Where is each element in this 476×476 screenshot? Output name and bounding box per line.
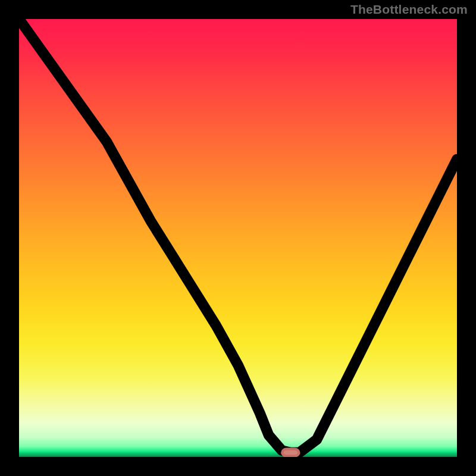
optimal-marker [282, 449, 299, 456]
curve-layer [19, 19, 457, 457]
attribution-label: TheBottleneck.com [350, 2, 468, 17]
bottleneck-curve [19, 19, 457, 453]
plot-area [19, 19, 457, 457]
chart-frame: TheBottleneck.com [0, 0, 476, 476]
